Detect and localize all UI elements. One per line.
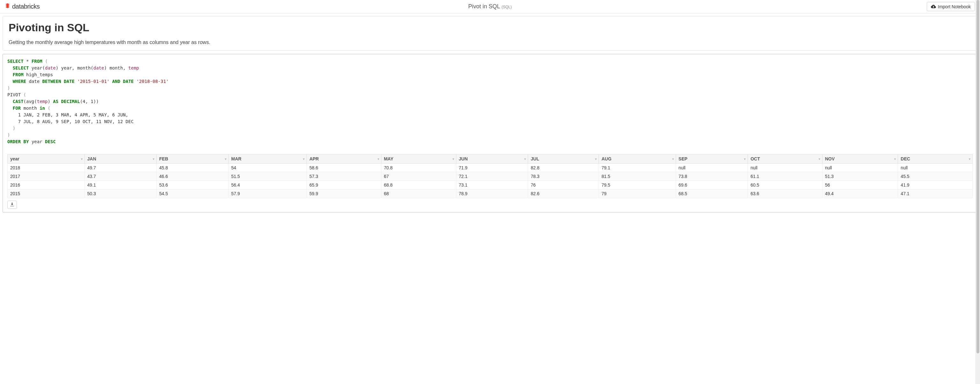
table-cell: null: [748, 164, 822, 172]
table-cell: 79.5: [599, 181, 676, 190]
table-cell: 45.8: [157, 164, 229, 172]
code-cell[interactable]: SELECT * FROM ( SELECT year(date) year, …: [3, 54, 977, 212]
sort-arrow-icon: ▾: [225, 157, 226, 161]
table-cell: 61.1: [748, 172, 822, 181]
table-cell: 49.7: [84, 164, 157, 172]
sort-arrow-icon: ▾: [378, 157, 379, 161]
table-cell: null: [822, 164, 898, 172]
table-cell: 82.8: [528, 164, 599, 172]
download-results-button[interactable]: [7, 201, 17, 209]
column-header[interactable]: NOV▾: [822, 155, 898, 164]
sort-arrow-icon: ▾: [595, 157, 597, 161]
sort-arrow-icon: ▾: [303, 157, 305, 161]
table-row: 201550.354.557.959.96878.982.67968.563.6…: [8, 190, 973, 198]
table-body: 201849.745.85458.670.871.982.879.1nullnu…: [8, 164, 973, 198]
table-cell: null: [898, 164, 973, 172]
download-icon: [10, 202, 14, 208]
table-cell: 68: [381, 190, 456, 198]
table-cell: 69.6: [676, 181, 748, 190]
column-header[interactable]: JAN▾: [84, 155, 157, 164]
table-cell: 41.9: [898, 181, 973, 190]
table-cell: 79.1: [599, 164, 676, 172]
import-notebook-button[interactable]: Import Notebook: [927, 2, 975, 11]
results-table: year▾JAN▾FEB▾MAR▾APR▾MAY▾JUN▾JUL▾AUG▾SEP…: [7, 154, 973, 198]
table-cell: 78.9: [456, 190, 528, 198]
table-cell: 76: [528, 181, 599, 190]
sql-code[interactable]: SELECT * FROM ( SELECT year(date) year, …: [7, 58, 973, 145]
column-header[interactable]: AUG▾: [599, 155, 676, 164]
table-cell: null: [676, 164, 748, 172]
sort-arrow-icon: ▾: [672, 157, 674, 161]
column-header[interactable]: DEC▾: [898, 155, 973, 164]
cell-paragraph: Getting the monthly average high tempera…: [9, 40, 971, 45]
markdown-cell[interactable]: Pivoting in SQL Getting the monthly aver…: [3, 16, 977, 51]
table-cell: 81.5: [599, 172, 676, 181]
table-cell: 63.6: [748, 190, 822, 198]
sort-arrow-icon: ▾: [153, 157, 154, 161]
notebook-body: Pivoting in SQL Getting the monthly aver…: [0, 13, 980, 215]
sort-arrow-icon: ▾: [524, 157, 526, 161]
logo-text: databricks: [12, 3, 40, 10]
table-cell: 51.3: [822, 172, 898, 181]
vertical-scrollbar[interactable]: [975, 0, 980, 215]
column-header[interactable]: APR▾: [307, 155, 382, 164]
table-cell: 79: [599, 190, 676, 198]
column-header[interactable]: OCT▾: [748, 155, 822, 164]
table-cell: 82.6: [528, 190, 599, 198]
table-cell: 47.1: [898, 190, 973, 198]
table-cell: 45.5: [898, 172, 973, 181]
table-cell: 2015: [8, 190, 85, 198]
import-label: Import Notebook: [938, 4, 971, 9]
table-row: 201743.746.651.557.36772.178.381.573.861…: [8, 172, 973, 181]
table-cell: 59.9: [307, 190, 382, 198]
table-cell: 65.9: [307, 181, 382, 190]
table-cell: 71.9: [456, 164, 528, 172]
sort-arrow-icon: ▾: [969, 157, 970, 161]
table-cell: 78.3: [528, 172, 599, 181]
sort-arrow-icon: ▾: [81, 157, 83, 161]
sort-arrow-icon: ▾: [819, 157, 820, 161]
table-cell: 73.1: [456, 181, 528, 190]
column-header[interactable]: MAR▾: [228, 155, 307, 164]
table-header-row: year▾JAN▾FEB▾MAR▾APR▾MAY▾JUN▾JUL▾AUG▾SEP…: [8, 155, 973, 164]
sort-arrow-icon: ▾: [894, 157, 896, 161]
column-header[interactable]: SEP▾: [676, 155, 748, 164]
sort-arrow-icon: ▾: [744, 157, 746, 161]
table-row: 201849.745.85458.670.871.982.879.1nullnu…: [8, 164, 973, 172]
table-cell: 58.6: [307, 164, 382, 172]
scrollbar-thumb[interactable]: [977, 0, 979, 215]
notebook-language-label: (SQL): [502, 5, 512, 9]
table-cell: 51.5: [228, 172, 307, 181]
table-cell: 2017: [8, 172, 85, 181]
results-pane: year▾JAN▾FEB▾MAR▾APR▾MAY▾JUN▾JUL▾AUG▾SEP…: [7, 154, 973, 209]
table-cell: 2018: [8, 164, 85, 172]
column-header[interactable]: JUL▾: [528, 155, 599, 164]
table-cell: 57.9: [228, 190, 307, 198]
table-cell: 50.3: [84, 190, 157, 198]
cell-heading: Pivoting in SQL: [9, 21, 971, 34]
table-cell: 46.6: [157, 172, 229, 181]
column-header[interactable]: FEB▾: [157, 155, 229, 164]
table-cell: 68.8: [381, 181, 456, 190]
table-cell: 56.4: [228, 181, 307, 190]
table-cell: 72.1: [456, 172, 528, 181]
logo[interactable]: databricks: [5, 3, 40, 10]
table-cell: 68.5: [676, 190, 748, 198]
table-cell: 49.4: [822, 190, 898, 198]
table-cell: 2016: [8, 181, 85, 190]
table-cell: 54.5: [157, 190, 229, 198]
table-cell: 43.7: [84, 172, 157, 181]
header-bar: databricks Pivot in SQL (SQL) Import Not…: [0, 0, 980, 13]
table-cell: 49.1: [84, 181, 157, 190]
column-header[interactable]: MAY▾: [381, 155, 456, 164]
column-header[interactable]: JUN▾: [456, 155, 528, 164]
sort-arrow-icon: ▾: [453, 157, 454, 161]
table-cell: 57.3: [307, 172, 382, 181]
table-cell: 54: [228, 164, 307, 172]
table-cell: 73.8: [676, 172, 748, 181]
column-header[interactable]: year▾: [8, 155, 85, 164]
table-cell: 53.6: [157, 181, 229, 190]
table-cell: 60.5: [748, 181, 822, 190]
table-cell: 67: [381, 172, 456, 181]
table-cell: 70.8: [381, 164, 456, 172]
